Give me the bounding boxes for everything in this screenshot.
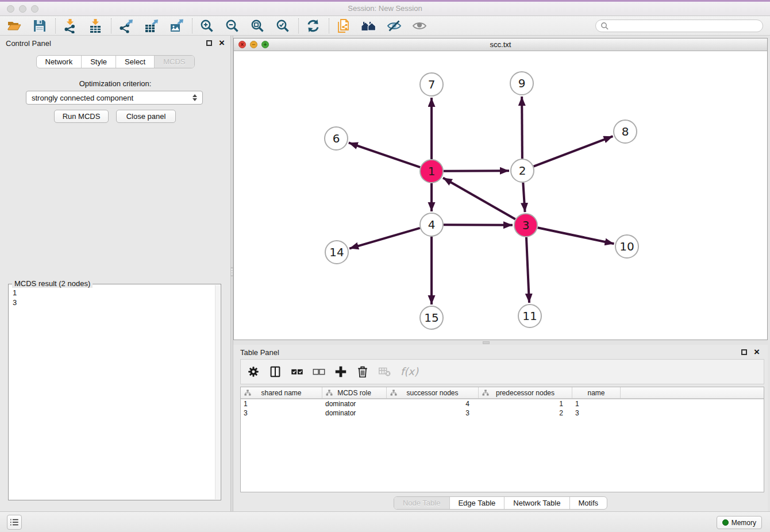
table-settings-button[interactable] [247, 365, 260, 379]
close-panel-icon[interactable]: × [219, 40, 225, 46]
edge-1-2[interactable] [444, 171, 509, 171]
table-row[interactable]: 3dominator323 [241, 408, 764, 418]
tab-select[interactable]: Select [116, 56, 154, 68]
search-input[interactable] [611, 21, 758, 30]
tab-network[interactable]: Network [36, 56, 81, 68]
network-window-titlebar[interactable]: × − + scc.txt [234, 38, 767, 51]
add-row-button[interactable] [334, 365, 348, 379]
table-cell[interactable]: dominator [322, 409, 387, 417]
tab-edge-table[interactable]: Edge Table [449, 497, 504, 509]
edge-1-6[interactable] [349, 142, 420, 167]
network-from-file-button[interactable] [336, 18, 351, 33]
column-hierarchy-icon [326, 390, 333, 396]
show-details-icon [412, 18, 427, 33]
run-mcds-button[interactable]: Run MCDS [54, 110, 109, 123]
zoom-fit-button[interactable] [250, 18, 265, 33]
edge-4-3[interactable] [444, 225, 513, 225]
splitter-handle[interactable] [483, 341, 490, 344]
tab-mcds[interactable]: MCDS [154, 56, 194, 68]
export-image-button[interactable] [169, 18, 184, 33]
deselect-all-columns-button[interactable] [312, 365, 326, 379]
import-table-button[interactable] [88, 18, 103, 33]
table-cell[interactable]: dominator [322, 400, 387, 408]
edge-3-11[interactable] [526, 237, 529, 303]
task-list-icon [9, 517, 20, 527]
delete-table-button[interactable] [378, 365, 391, 379]
zoom-out-button[interactable] [225, 18, 240, 33]
status-bar: Memory [0, 511, 770, 532]
close-table-panel-icon[interactable]: × [754, 349, 760, 355]
table-cell[interactable]: 4 [387, 400, 479, 408]
export-network-button[interactable] [118, 18, 133, 33]
select-all-columns-button[interactable] [290, 365, 304, 379]
table-cell[interactable]: 1 [241, 400, 322, 408]
column-header-successor-nodes[interactable]: successor nodes [387, 387, 479, 398]
column-header-shared-name[interactable]: shared name [241, 387, 322, 398]
hide-details-icon [387, 18, 402, 33]
network-view-window: × − + scc.txt 7968124314101511 [233, 38, 768, 340]
task-history-button[interactable] [7, 515, 22, 530]
table-cell[interactable]: 3 [241, 409, 322, 417]
trash-icon [356, 365, 369, 379]
memory-status-icon [722, 519, 729, 526]
memory-button[interactable]: Memory [717, 516, 762, 529]
select-all-icon [290, 365, 304, 379]
search-field[interactable] [595, 20, 763, 32]
network-canvas[interactable]: 7968124314101511 [234, 52, 767, 340]
import-network-button[interactable] [63, 18, 78, 33]
tab-motifs[interactable]: Motifs [569, 497, 607, 509]
mcds-result-text[interactable]: 13 [13, 288, 213, 498]
import-network-icon [63, 18, 78, 33]
home-button[interactable] [361, 18, 376, 33]
zoom-selected-icon [275, 18, 290, 33]
hide-details-button[interactable] [387, 18, 402, 33]
zoom-out-icon [225, 18, 240, 33]
function-builder-button[interactable]: f(x) [399, 365, 421, 379]
column-header-predecessor-nodes[interactable]: predecessor nodes [479, 387, 572, 398]
show-columns-button[interactable] [268, 365, 282, 379]
table-cell[interactable]: 3 [572, 409, 621, 417]
result-scrollbar[interactable] [215, 285, 220, 499]
network-graph: 7968124314101511 [234, 52, 767, 340]
edge-2-3[interactable] [523, 183, 525, 212]
save-session-icon [32, 18, 47, 33]
refresh-view-button[interactable] [306, 18, 321, 33]
tab-style[interactable]: Style [81, 56, 116, 68]
show-details-button[interactable] [412, 18, 427, 33]
column-header-MCDS-role[interactable]: MCDS role [322, 387, 387, 398]
criterion-dropdown[interactable]: strongly connected component [26, 91, 203, 105]
edge-2-8[interactable] [534, 136, 613, 166]
table-cell[interactable]: 3 [387, 409, 479, 417]
column-header-name[interactable]: name [572, 387, 621, 398]
table-panel-header: Table Panel × [233, 345, 768, 360]
edge-4-14[interactable] [349, 228, 420, 249]
main-toolbar [0, 16, 770, 36]
control-panel-title: Control Panel [6, 39, 51, 48]
delete-row-button[interactable] [356, 365, 369, 379]
toolbar-separator [329, 18, 329, 33]
panel-splitter-horizontal[interactable] [233, 341, 768, 345]
open-session-button[interactable] [7, 18, 22, 33]
zoom-in-button[interactable] [199, 18, 214, 33]
table-cell[interactable]: 2 [479, 409, 572, 417]
table-cell[interactable]: 1 [572, 400, 621, 408]
edge-2-9[interactable] [522, 97, 522, 159]
table-panel: Table Panel × [233, 345, 768, 511]
node-label-3: 3 [522, 218, 530, 232]
save-session-button[interactable] [32, 18, 47, 33]
edge-3-1[interactable] [443, 178, 515, 219]
edge-3-10[interactable] [538, 228, 614, 244]
table-cell[interactable]: 1 [479, 400, 572, 408]
tab-network-table[interactable]: Network Table [504, 497, 569, 509]
float-table-panel-icon[interactable] [741, 349, 747, 355]
table-panel-tabs: Node TableEdge TableNetwork TableMotifs [394, 496, 607, 510]
close-panel-button[interactable]: Close panel [116, 110, 176, 123]
table-toolbar: f(x) [240, 359, 764, 384]
svg-text:f(x): f(x) [401, 365, 419, 377]
float-panel-icon[interactable] [206, 40, 212, 46]
table-row[interactable]: 1dominator411 [241, 399, 764, 408]
tab-node-table[interactable]: Node Table [394, 497, 449, 509]
export-table-button[interactable] [144, 18, 159, 33]
network-from-file-icon [336, 18, 351, 33]
zoom-selected-button[interactable] [275, 18, 290, 33]
